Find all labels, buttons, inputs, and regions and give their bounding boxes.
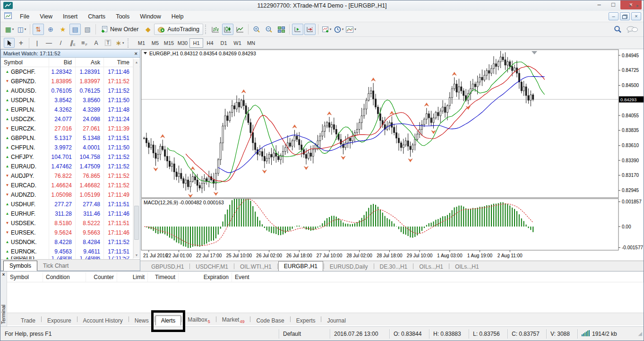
search-icon[interactable]: [614, 26, 622, 33]
chart-profiles-button[interactable]: ◫▾: [16, 24, 27, 35]
column-header-ask[interactable]: Ask: [76, 58, 104, 67]
chat-icon[interactable]: [627, 26, 638, 33]
candlestick-button[interactable]: [222, 24, 233, 35]
terminal-tab-trade[interactable]: Trade: [16, 316, 41, 325]
market-watch-row[interactable]: ▲GBPPLN.5.13175.134817:11:51: [1, 133, 133, 143]
scrollbar-thumb[interactable]: [134, 206, 139, 240]
new-chart-button[interactable]: ▦▾: [4, 24, 15, 35]
terminal-column-condition[interactable]: Condition: [43, 272, 86, 282]
indicators-button[interactable]: ▾: [321, 24, 332, 35]
text-button[interactable]: A: [91, 38, 102, 48]
eurgbp-h1-chart[interactable]: 0.849450.847250.845000.840550.838350.836…: [140, 49, 644, 261]
timeframe-w1-button[interactable]: W1: [231, 38, 244, 48]
chart-tab-7[interactable]: OILs..,H1: [450, 262, 484, 271]
terminal-toggle-button[interactable]: ▤: [69, 24, 81, 35]
menu-item-insert[interactable]: Insert: [58, 13, 83, 20]
terminal-column-expiration[interactable]: Expiration: [179, 272, 232, 282]
autotrading-button[interactable]: AutoTrading: [154, 24, 203, 35]
terminal-tab-market[interactable]: Market49: [217, 315, 250, 325]
data-window-button[interactable]: ⊕: [45, 24, 56, 35]
menu-item-help[interactable]: Help: [166, 13, 189, 20]
timeframe-h4-button[interactable]: H4: [203, 38, 217, 48]
terminal-tab-mailbox[interactable]: Mailbox5: [182, 315, 215, 325]
column-header-symbol[interactable]: Symbol: [1, 58, 49, 67]
vertical-line-button[interactable]: |: [32, 38, 43, 48]
timeframe-mn-button[interactable]: MN: [244, 38, 258, 48]
market-watch-header[interactable]: Market Watch: 17:11:52 ×: [1, 50, 140, 58]
market-watch-row[interactable]: ▼AUDJPY.76.82276.86517:11:52: [1, 171, 133, 181]
menu-item-view[interactable]: View: [34, 13, 58, 20]
zoom-out-button[interactable]: [263, 24, 275, 35]
market-watch-row[interactable]: ▲CHFJPY.104.701104.75817:11:52: [1, 152, 133, 162]
crosshair-button[interactable]: +: [16, 38, 26, 48]
menu-item-tools[interactable]: Tools: [111, 13, 135, 20]
market-watch-tab-symbols[interactable]: Symbols: [3, 261, 37, 271]
chart-tab-3[interactable]: EURGBP.,H1: [278, 261, 323, 271]
market-watch-row[interactable]: ▲EURNOK.9.45639.461117:11:51: [1, 247, 133, 256]
arrows-button[interactable]: ∗▾: [114, 38, 125, 48]
market-watch-row[interactable]: ▼USDSEK.8.51808.522217:11:51: [1, 219, 133, 228]
terminal-tab-exposure[interactable]: Exposure: [42, 316, 77, 325]
terminal-column-event[interactable]: Event: [232, 272, 644, 282]
market-watch-row[interactable]: ▲USDPLN.3.85423.856017:11:50: [1, 96, 133, 105]
navigator-button[interactable]: ★: [57, 24, 69, 35]
market-watch-row[interactable]: ▲USDCZK.24.07724.09817:11:24: [1, 114, 133, 124]
timeframe-d1-button[interactable]: D1: [217, 38, 231, 48]
chart-tab-1[interactable]: USDCHF,M1: [190, 262, 233, 271]
timeframe-m1-button[interactable]: M1: [135, 38, 148, 48]
terminal-column-timeout[interactable]: Timeout: [148, 272, 179, 282]
column-header-time[interactable]: Time: [104, 58, 133, 67]
menu-item-file[interactable]: File: [15, 13, 34, 20]
terminal-close-icon[interactable]: ×: [0, 271, 7, 277]
terminal-column-counter[interactable]: Counter: [86, 272, 117, 282]
market-watch-close-icon[interactable]: ×: [135, 51, 137, 56]
bar-chart-button[interactable]: [210, 24, 221, 35]
fibonacci-button[interactable]: ≡F: [79, 38, 90, 48]
trendline-button[interactable]: /: [55, 38, 66, 48]
zoom-in-button[interactable]: [251, 24, 262, 35]
strategy-tester-button[interactable]: ▧: [82, 24, 93, 35]
maximize-button[interactable]: □: [606, 0, 620, 9]
timeframe-h1-button[interactable]: H1: [189, 38, 203, 48]
mdi-restore-button[interactable]: [620, 12, 630, 20]
terminal-tab-code-base[interactable]: Code Base: [251, 316, 289, 325]
terminal-tab-account-history[interactable]: Account History: [78, 316, 128, 325]
scroll-down-icon[interactable]: ▼: [134, 252, 139, 258]
horizontal-line-button[interactable]: —: [43, 38, 54, 48]
market-watch-row[interactable]: ▼AUDNZD.1.050981.0519917:11:49: [1, 190, 133, 200]
chart-tab-6[interactable]: OILs..,H1: [414, 262, 448, 271]
market-watch-row[interactable]: ▲GBPCHF.1.283421.2839117:11:46: [1, 67, 133, 77]
market-watch-row[interactable]: ▲EURHUF.311.28311.4617:11:46: [1, 209, 133, 219]
chart-tab-2[interactable]: OIL.WTI.,H1: [235, 262, 277, 271]
terminal-column-limit[interactable]: Limit: [117, 272, 148, 282]
market-watch-tab-tick-chart[interactable]: Tick Chart: [37, 261, 74, 271]
equidistant-channel-button[interactable]: ∥E: [67, 38, 78, 48]
menu-item-charts[interactable]: Charts: [83, 13, 111, 20]
market-watch-row[interactable]: ▼EURSEK.9.56249.566317:11:46: [1, 228, 133, 237]
chart-tab-0[interactable]: GBPUSD,H1: [146, 262, 189, 271]
mdi-close-button[interactable]: ×: [631, 12, 641, 20]
chart-tab-5[interactable]: DE.30..,H1: [375, 262, 413, 271]
market-watch-row[interactable]: ▲CHFPLN.3.99724.000117:11:50: [1, 143, 133, 152]
market-watch-row[interactable]: ▲EURAUD.1.474621.4750917:11:52: [1, 162, 133, 171]
minimize-button[interactable]: –: [592, 0, 606, 9]
terminal-column-symbol[interactable]: Symbol: [7, 272, 43, 282]
periods-button[interactable]: ▾: [333, 24, 344, 35]
terminal-tab-news[interactable]: News: [129, 316, 154, 325]
chart-tab-4[interactable]: EURUSD,Daily: [325, 262, 373, 271]
resize-grip-icon[interactable]: ◢: [635, 331, 644, 337]
timeframe-m30-button[interactable]: M30: [176, 38, 189, 48]
tile-windows-button[interactable]: [275, 24, 287, 35]
mdi-minimize-button[interactable]: –: [609, 12, 618, 20]
market-watch-scrollbar[interactable]: ▲ ▼: [133, 59, 139, 258]
tab-scroll-right-icon[interactable]: ▸: [636, 3, 639, 8]
menu-item-window[interactable]: Window: [135, 13, 166, 20]
cursor-button[interactable]: [4, 38, 15, 48]
market-watch-row[interactable]: ▼EURCZK.27.01627.06117:11:39: [1, 124, 133, 133]
terminal-tab-journal[interactable]: Journal: [322, 316, 351, 325]
timeframe-m5-button[interactable]: M5: [148, 38, 162, 48]
market-watch-toggle-button[interactable]: ⇅: [33, 24, 44, 35]
market-watch-row[interactable]: ▲USDNOK.8.42288.428417:11:52: [1, 237, 133, 247]
column-header-bid[interactable]: Bid: [49, 58, 76, 67]
market-watch-row[interactable]: ▼GBPNZD.1.838951.8399717:11:52: [1, 77, 133, 86]
